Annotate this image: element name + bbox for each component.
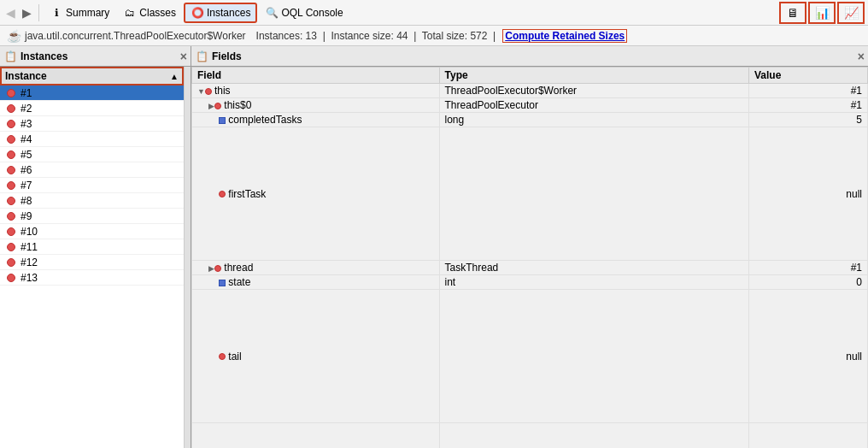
instance-circle-icon [7, 181, 15, 190]
table-row[interactable]: tail null [192, 290, 868, 423]
instances-panel-title: Instances [21, 50, 67, 62]
instance-item[interactable]: #8 [0, 193, 184, 209]
field-name-cell: tail [192, 290, 440, 423]
field-type-cell: ThreadPoolExecutor$Worker [439, 84, 748, 98]
fields-panel-close[interactable]: × [858, 50, 865, 63]
instance-item[interactable]: #4 [0, 132, 184, 147]
instance-item[interactable]: #6 [0, 162, 184, 178]
forward-button[interactable]: ▶ [20, 4, 34, 21]
toolbar: ◀ ▶ ℹ Summary 🗂 Classes ⭕ Instances 🔍 OQ… [0, 0, 868, 26]
fields-table-scroll[interactable]: Field Type Value this ThreadPoolExecutor… [191, 67, 868, 448]
instance-item[interactable]: #1 [0, 85, 184, 101]
instance-circle-icon [7, 274, 15, 282]
field-name-cell: this$0 [192, 98, 440, 113]
field-object-icon [219, 353, 226, 360]
classes-label: Classes [139, 7, 176, 19]
header-bar: ☕ java.util.concurrent.ThreadPoolExecuto… [0, 26, 868, 46]
toolbar-action-2[interactable]: 📊 [808, 2, 836, 24]
field-name-cell: state [192, 275, 440, 290]
instance-list-header: Instance ▲ [0, 67, 184, 85]
instances-panel-close[interactable]: × [180, 50, 187, 63]
oql-icon: 🔍 [265, 6, 279, 20]
right-panels: 📋 Fields × Field Type Value this ThreadP… [191, 46, 868, 448]
expand-down-icon[interactable] [197, 85, 205, 97]
instance-item[interactable]: #3 [0, 116, 184, 132]
field-name-cell: thread [192, 261, 440, 275]
right-toolbar: 🖥 📊 📈 [779, 2, 865, 24]
instance-item[interactable]: #9 [0, 209, 184, 224]
classes-icon: 🗂 [123, 6, 137, 20]
table-row[interactable]: completedTasks long 5 [192, 113, 868, 127]
summary-icon: ℹ [50, 6, 63, 20]
main-layout: 📋 Instances × Instance ▲ #1#2#3#4#5#6#7#… [0, 46, 868, 448]
expand-right-icon[interactable] [208, 262, 214, 274]
oql-label: OQL Console [281, 7, 343, 19]
header-class-name: java.util.concurrent.ThreadPoolExecutor$… [25, 30, 246, 42]
field-type-cell: long [439, 113, 748, 127]
sort-icon: ▲ [170, 72, 179, 81]
field-type-cell: TaskThread [439, 261, 748, 275]
field-object-icon [214, 103, 221, 109]
table-row[interactable]: firstTask null [192, 127, 868, 261]
instance-circle-icon [7, 227, 15, 236]
toolbar-action-3[interactable]: 📈 [837, 2, 865, 24]
instance-circle-icon [7, 120, 15, 128]
instances-tab-icon: ⭕ [191, 6, 204, 20]
instance-item[interactable]: #5 [0, 147, 184, 162]
table-row[interactable]: thread TaskThread #1 [192, 261, 868, 275]
instances-panel-icon: 📋 [3, 50, 17, 63]
action2-icon: 📊 [815, 6, 830, 20]
fields-col-type: Type [439, 68, 748, 84]
header-class-icon: ☕ [7, 29, 21, 43]
tab-summary[interactable]: ℹ Summary [44, 3, 115, 22]
tab-instances[interactable]: ⭕ Instances [184, 3, 257, 23]
field-primitive-icon [219, 280, 226, 286]
header-stats: Instances: 13 | Instance size: 44 | Tota… [256, 30, 496, 42]
back-button[interactable]: ◀ [3, 4, 18, 21]
instance-circle-icon [7, 135, 15, 144]
instance-circle-icon [7, 243, 15, 251]
instance-item[interactable]: #11 [0, 239, 184, 255]
field-value-cell: #1 [749, 84, 868, 98]
table-row[interactable]: this ThreadPoolExecutor$Worker #1 [192, 84, 868, 98]
field-value-cell: null [749, 290, 868, 423]
field-type-cell [439, 127, 748, 261]
field-type-cell: int [439, 275, 748, 290]
compute-retained-sizes-link[interactable]: Compute Retained Sizes [502, 29, 627, 43]
instance-item[interactable]: #13 [0, 270, 184, 286]
fields-col-field: Field [192, 68, 440, 84]
instances-panel: 📋 Instances × Instance ▲ #1#2#3#4#5#6#7#… [0, 46, 191, 448]
tab-classes[interactable]: 🗂 Classes [117, 3, 182, 22]
field-name-cell: completedTasks [192, 113, 440, 127]
instances-scrollbar[interactable] [184, 67, 191, 448]
expand-right-icon[interactable] [208, 99, 214, 111]
field-value-cell: #1 [749, 261, 868, 275]
instance-list[interactable]: #1#2#3#4#5#6#7#8#9#10#11#12#13 [0, 85, 184, 448]
instance-circle-icon [7, 197, 15, 205]
field-value-cell: null [749, 423, 868, 449]
field-value-cell: null [749, 127, 868, 261]
tab-oql[interactable]: 🔍 OQL Console [259, 3, 349, 22]
instances-panel-header: 📋 Instances × [0, 46, 191, 67]
fields-table: Field Type Value this ThreadPoolExecutor… [191, 67, 868, 448]
field-type-cell: ThreadPoolExecutor [439, 98, 748, 113]
field-value-cell: 5 [749, 113, 868, 127]
toolbar-action-1[interactable]: 🖥 [779, 2, 806, 24]
field-name-cell: this [192, 84, 440, 98]
summary-label: Summary [66, 7, 109, 19]
instance-circle-icon [7, 166, 15, 174]
instance-item[interactable]: #7 [0, 178, 184, 193]
table-row[interactable]: state int 0 [192, 275, 868, 290]
instance-circle-icon [7, 89, 15, 97]
field-primitive-icon [219, 117, 226, 124]
instance-circle-icon [7, 258, 15, 267]
instance-item[interactable]: #12 [0, 255, 184, 270]
fields-panel-title: Fields [212, 50, 242, 62]
table-row[interactable]: this$0 ThreadPoolExecutor #1 [192, 98, 868, 113]
instance-item[interactable]: #10 [0, 224, 184, 239]
table-row[interactable]: head null [192, 423, 868, 449]
field-object-icon [205, 88, 212, 95]
action3-icon: 📈 [844, 6, 859, 20]
instance-item[interactable]: #2 [0, 101, 184, 116]
field-type-cell [439, 423, 748, 449]
